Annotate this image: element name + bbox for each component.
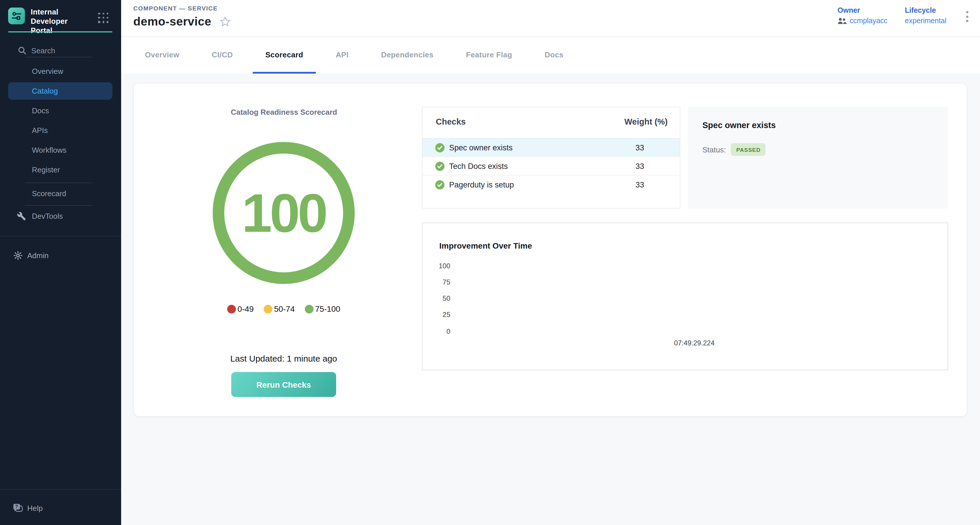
x-axis-tick: 07:49:29.224 <box>654 339 735 347</box>
search-label: Search <box>31 46 55 55</box>
check-detail-panel: Spec owner exists Status: PASSED <box>688 107 948 208</box>
help-chat-icon: ? <box>13 503 23 513</box>
sidebar-item-apis[interactable]: APIs <box>0 121 121 140</box>
page-title: demo-service <box>133 14 211 29</box>
y-axis-tick: 50 <box>427 294 450 302</box>
search-icon <box>18 46 27 55</box>
wrench-icon <box>17 212 26 221</box>
tab-docs[interactable]: Docs <box>545 37 563 73</box>
sidebar-item-help[interactable]: ? Help <box>0 498 121 518</box>
y-axis-tick: 25 <box>427 310 450 319</box>
sidebar-item-label: Register <box>32 165 60 174</box>
check-passed-icon <box>435 180 444 189</box>
group-icon <box>837 18 847 24</box>
app-window: Internal Developer Portal Search Overvie… <box>0 0 980 525</box>
score-legend: 0-49 50-74 75-100 <box>134 304 433 313</box>
divider <box>0 236 121 236</box>
legend-dot-red <box>227 304 236 313</box>
score-gauge: 100 <box>213 142 355 284</box>
lifecycle-value: experimental <box>905 17 947 25</box>
divider <box>25 183 92 183</box>
sidebar-item-label: Admin <box>27 251 49 260</box>
legend-item-red: 0-49 <box>227 304 254 313</box>
entity-tabs: Overview CI/CD Scorecard API Dependencie… <box>121 37 980 73</box>
tab-feature-flag[interactable]: Feature Flag <box>466 37 512 73</box>
more-options-kebab-icon[interactable] <box>964 10 971 23</box>
sidebar: Internal Developer Portal Search Overvie… <box>0 0 121 525</box>
sidebar-item-workflows[interactable]: Workflows <box>0 140 121 160</box>
svg-text:?: ? <box>15 504 18 509</box>
lifecycle-label: Lifecycle <box>905 6 947 14</box>
status-label: Status: <box>702 145 726 154</box>
score-value: 100 <box>242 182 326 244</box>
sidebar-item-label: APIs <box>32 126 48 135</box>
tab-cicd[interactable]: CI/CD <box>212 37 233 73</box>
divider <box>25 57 92 57</box>
sidebar-item-devtools[interactable]: DevTools <box>0 206 121 226</box>
legend-dot-yellow <box>264 304 272 313</box>
sidebar-accent-divider <box>8 31 113 32</box>
check-passed-icon <box>435 162 444 171</box>
check-passed-icon <box>435 143 444 153</box>
sidebar-item-scorecard[interactable]: Scorecard <box>0 184 121 204</box>
y-axis-tick: 100 <box>427 262 450 270</box>
legend-dot-green <box>305 304 313 313</box>
sidebar-item-label: Scorecard <box>32 189 66 198</box>
main-area: COMPONENT — SERVICE demo-service Owner <box>121 0 980 525</box>
content-area: Catalog Readiness Scorecard 100 0-49 50-… <box>121 73 980 525</box>
sidebar-item-label: Workflows <box>32 146 66 154</box>
sidebar-item-register[interactable]: Register <box>0 160 121 180</box>
sidebar-item-label: Overview <box>32 67 63 76</box>
legend-item-yellow: 50-74 <box>264 304 295 313</box>
sidebar-item-label: Docs <box>32 107 49 115</box>
lifecycle-meta: Lifecycle experimental <box>905 6 947 25</box>
check-row-pagerduty[interactable]: Pagerduty is setup 33 <box>423 176 680 194</box>
owner-value-link[interactable]: ccmplayacc <box>850 17 888 25</box>
owner-label: Owner <box>837 6 888 14</box>
y-axis-tick: 75 <box>427 278 450 286</box>
sidebar-item-admin[interactable]: Admin <box>0 246 121 266</box>
breadcrumb: COMPONENT — SERVICE <box>133 5 218 11</box>
apps-grid-icon[interactable] <box>98 13 108 23</box>
check-row-spec-owner[interactable]: Spec owner exists 33 <box>423 138 680 157</box>
portal-logo-icon <box>8 8 25 24</box>
gear-icon <box>13 251 22 260</box>
entity-header: COMPONENT — SERVICE demo-service Owner <box>121 0 980 37</box>
improvement-chart: Improvement Over Time 100 75 50 25 0 07:… <box>422 223 948 370</box>
scorecard-card: Catalog Readiness Scorecard 100 0-49 50-… <box>133 83 967 417</box>
scorecard-panel-title: Catalog Readiness Scorecard <box>139 108 429 116</box>
last-updated-text: Last Updated: 1 minute ago <box>134 353 433 363</box>
tab-dependencies[interactable]: Dependencies <box>381 37 433 73</box>
sidebar-search[interactable]: Search <box>0 43 121 58</box>
y-axis-tick: 0 <box>427 328 450 336</box>
tab-overview[interactable]: Overview <box>145 37 179 73</box>
weight-column-header: Weight (%) <box>624 117 668 126</box>
status-badge: PASSED <box>731 143 766 156</box>
selected-item-highlight <box>8 82 113 100</box>
check-detail-title: Spec owner exists <box>702 121 776 130</box>
divider <box>0 489 121 490</box>
legend-item-green: 75-100 <box>305 304 340 313</box>
checks-table: Checks Weight (%) Spec owner exists 33 <box>422 107 680 208</box>
sidebar-item-docs[interactable]: Docs <box>0 101 121 121</box>
favorite-star-icon[interactable] <box>219 15 231 27</box>
sidebar-item-label: DevTools <box>32 212 63 221</box>
check-row-tech-docs[interactable]: Tech Docs exists 33 <box>423 157 680 176</box>
sidebar-item-overview[interactable]: Overview <box>0 61 121 81</box>
sidebar-item-label: Help <box>27 504 43 512</box>
tab-scorecard[interactable]: Scorecard <box>266 37 303 73</box>
rerun-checks-button[interactable]: Rerun Checks <box>231 372 336 397</box>
sidebar-item-label: Catalog <box>32 87 58 95</box>
divider <box>25 205 92 206</box>
sidebar-item-catalog[interactable]: Catalog <box>0 81 121 101</box>
tab-api[interactable]: API <box>336 37 348 73</box>
checks-column-header: Checks <box>436 117 466 126</box>
owner-meta: Owner ccmplayacc <box>837 6 888 25</box>
chart-title: Improvement Over Time <box>439 241 532 250</box>
